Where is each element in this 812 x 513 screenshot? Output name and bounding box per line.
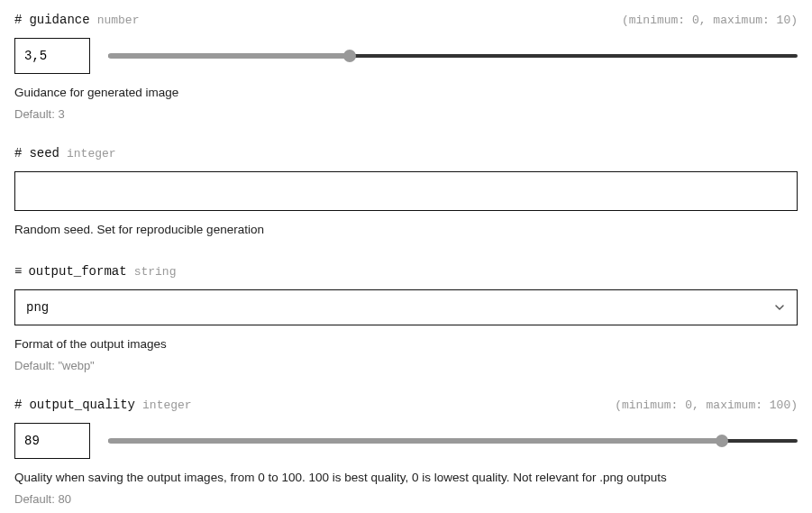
field-header: # output_quality integer (minimum: 0, ma… xyxy=(14,398,798,412)
field-header: ≡ output_format string xyxy=(14,264,798,279)
field-type-label: number xyxy=(97,14,140,27)
field-output-quality: # output_quality integer (minimum: 0, ma… xyxy=(14,398,798,506)
field-type-label: integer xyxy=(67,147,116,160)
field-header: # guidance number (minimum: 0, maximum: … xyxy=(14,13,798,27)
select-value: png xyxy=(26,300,49,315)
field-type-label: integer xyxy=(142,398,192,412)
field-seed: # seed integer Random seed. Set for repr… xyxy=(14,146,798,239)
list-icon: ≡ xyxy=(14,264,21,279)
control-row xyxy=(14,423,798,459)
field-range-label: (minimum: 0, maximum: 10) xyxy=(622,14,798,27)
field-header: # seed integer xyxy=(14,146,798,160)
guidance-input[interactable] xyxy=(14,38,90,74)
chevron-down-icon xyxy=(773,301,786,314)
field-default: Default: "webp" xyxy=(14,359,798,372)
slider-thumb[interactable] xyxy=(716,435,728,447)
hash-icon: # xyxy=(14,13,22,27)
seed-input[interactable] xyxy=(14,171,798,211)
field-description: Format of the output images xyxy=(14,336,798,353)
field-default: Default: 80 xyxy=(14,492,798,506)
field-guidance: # guidance number (minimum: 0, maximum: … xyxy=(14,13,798,121)
field-label-group: ≡ output_format string xyxy=(14,264,176,279)
field-name-label: guidance xyxy=(29,13,89,27)
field-name-label: output_quality xyxy=(29,398,135,412)
guidance-slider[interactable] xyxy=(108,47,798,65)
output-format-select[interactable]: png xyxy=(14,289,798,325)
field-description: Guidance for generated image xyxy=(14,85,798,102)
field-default: Default: 3 xyxy=(14,107,798,121)
field-description: Quality when saving the output images, f… xyxy=(14,470,798,487)
output-quality-slider[interactable] xyxy=(108,432,798,450)
field-label-group: # seed integer xyxy=(14,146,116,160)
hash-icon: # xyxy=(14,398,22,412)
field-range-label: (minimum: 0, maximum: 100) xyxy=(615,398,798,412)
field-name-label: output_format xyxy=(28,264,126,279)
field-label-group: # guidance number xyxy=(14,13,139,27)
field-description: Random seed. Set for reproducible genera… xyxy=(14,222,798,239)
slider-thumb[interactable] xyxy=(343,50,356,62)
field-output-format: ≡ output_format string png Format of the… xyxy=(14,264,798,372)
slider-fill xyxy=(108,438,722,444)
hash-icon: # xyxy=(14,146,22,160)
output-format-select-wrap: png xyxy=(14,289,798,325)
field-label-group: # output_quality integer xyxy=(14,398,192,412)
control-row xyxy=(14,38,798,74)
output-quality-input[interactable] xyxy=(14,423,90,459)
field-name-label: seed xyxy=(29,146,59,160)
field-type-label: string xyxy=(134,265,177,279)
slider-fill xyxy=(108,53,350,59)
